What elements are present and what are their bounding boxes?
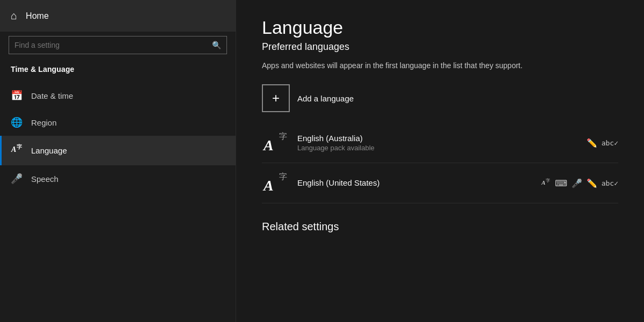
preferred-languages-description: Apps and websites will appear in the fir… [262, 60, 595, 71]
svg-text:A: A [11, 145, 16, 153]
spell-check-icon-en-au: abc✓ [602, 139, 618, 147]
add-language-button[interactable]: + Add a language [262, 84, 618, 112]
lang-status-en-au: Language pack available [297, 144, 587, 152]
region-icon: 🌐 [11, 116, 23, 128]
lang-icon-en-us: A 字 [262, 171, 290, 195]
lang-big-a-en-us: A [264, 177, 274, 194]
language-item-en-au: A 字 English (Australia) Language pack av… [262, 123, 618, 163]
plus-icon: + [272, 91, 280, 106]
sidebar-item-region[interactable]: 🌐 Region [0, 109, 236, 136]
lang-badges-en-us: A 字 ⌨ 🎤 ✏️ abc✓ [541, 178, 618, 189]
sidebar-section-title: Time & Language [0, 61, 236, 82]
home-label: Home [26, 11, 49, 21]
lang-badges-en-au: ✏️ abc✓ [587, 138, 618, 148]
preferred-languages-title: Preferred languages [262, 41, 618, 53]
sidebar-nav: 📅 Date & time 🌐 Region A 字 Language 🎤 Sp… [0, 82, 236, 192]
search-box: 🔍 [9, 36, 227, 54]
language-list: A 字 English (Australia) Language pack av… [262, 123, 618, 203]
add-language-icon-box: + [262, 84, 290, 112]
add-language-label: Add a language [297, 94, 354, 103]
search-icon-button[interactable]: 🔍 [207, 38, 226, 53]
lang-big-a-en-au: A [264, 137, 274, 154]
sidebar-item-date-time-label: Date & time [31, 91, 73, 100]
sidebar: ⌂ Home 🔍 Time & Language 📅 Date & time 🌐… [0, 0, 236, 322]
speech-icon: 🎤 [11, 173, 23, 185]
svg-text:A: A [541, 179, 545, 186]
language-icon: A 字 [11, 143, 23, 158]
lang-kanji-en-au: 字 [279, 131, 287, 142]
sidebar-item-speech[interactable]: 🎤 Speech [0, 165, 236, 192]
keyboard-icon-en-us: ⌨ [555, 178, 567, 188]
lang-info-en-au: English (Australia) Language pack availa… [297, 134, 587, 152]
edit-icon-en-us: ✏️ [587, 178, 597, 188]
edit-icon-en-au: ✏️ [587, 138, 597, 148]
svg-text:字: 字 [17, 144, 23, 150]
lang-icon-en-au: A 字 [262, 130, 290, 155]
sidebar-item-speech-label: Speech [31, 174, 58, 184]
related-settings-title: Related settings [262, 221, 618, 233]
home-icon: ⌂ [11, 10, 17, 22]
lang-name-en-au: English (Australia) [297, 134, 587, 143]
main-content: Language Preferred languages Apps and we… [236, 0, 644, 322]
svg-text:字: 字 [546, 178, 550, 183]
search-wrapper: 🔍 [0, 32, 236, 61]
language-item-en-us: A 字 English (United States) A 字 ⌨ 🎤 ✏️ [262, 163, 618, 203]
speech-options-icon-en-us: A 字 [541, 178, 551, 189]
lang-name-en-us: English (United States) [297, 178, 541, 187]
sidebar-item-language[interactable]: A 字 Language [0, 136, 236, 165]
sidebar-item-language-label: Language [31, 146, 67, 155]
date-time-icon: 📅 [11, 90, 23, 101]
page-title: Language [262, 17, 618, 38]
mic-icon-en-us: 🎤 [572, 178, 582, 188]
sidebar-home-button[interactable]: ⌂ Home [0, 0, 236, 32]
lang-info-en-us: English (United States) [297, 178, 541, 188]
search-input[interactable] [9, 36, 207, 54]
sidebar-item-region-label: Region [31, 118, 57, 127]
spell-check-icon-en-us: abc✓ [602, 179, 618, 187]
lang-kanji-en-us: 字 [279, 172, 287, 182]
sidebar-item-date-time[interactable]: 📅 Date & time [0, 82, 236, 109]
